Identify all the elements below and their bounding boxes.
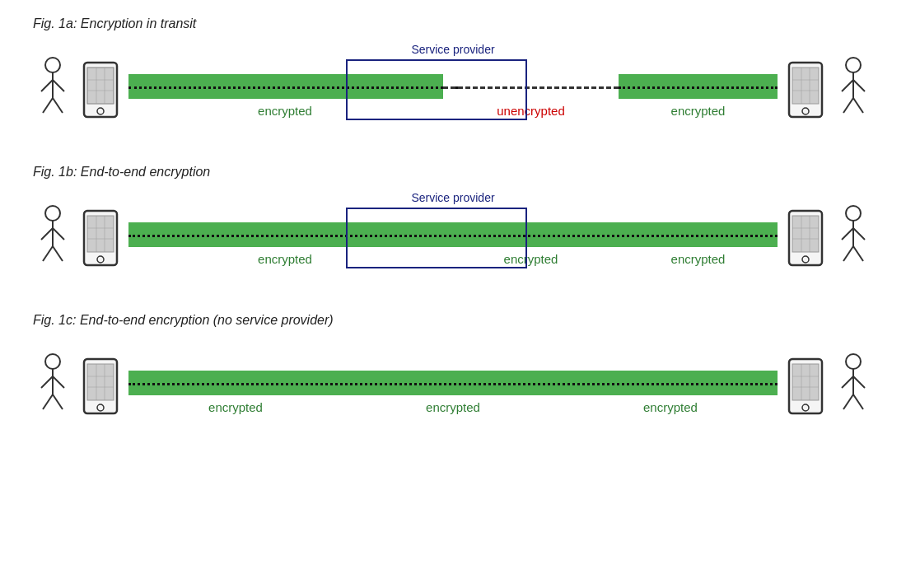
figure-1a-row: Service provider — [33, 43, 873, 142]
figure-1c-content: encrypted encrypted encrypted — [33, 356, 873, 417]
stick-figure-right-1a — [834, 57, 873, 123]
svg-rect-60 — [87, 364, 114, 400]
svg-line-23 — [842, 80, 853, 91]
stick-figure-svg-r — [835, 57, 871, 123]
label-encrypted-right-1b: encrypted — [619, 252, 778, 267]
figure-1c-row: encrypted encrypted encrypted — [33, 339, 873, 438]
phone-right-1a — [782, 61, 829, 119]
figure-1a-content: encrypted unencrypted encrypted — [33, 59, 873, 120]
figure-1b-row: Service provider — [33, 191, 873, 290]
label-encrypted-left-1a: encrypted — [128, 104, 441, 119]
label-encrypted-right-1c: encrypted — [563, 400, 778, 415]
svg-rect-67 — [792, 364, 819, 400]
svg-line-29 — [41, 228, 53, 240]
dotted-1c — [128, 383, 778, 385]
svg-line-5 — [53, 98, 63, 113]
svg-point-21 — [846, 58, 861, 72]
service-provider-label-1b: Service provider — [411, 191, 494, 204]
svg-rect-7 — [87, 68, 114, 104]
svg-line-49 — [842, 228, 853, 240]
dotted-left-1a — [128, 86, 463, 89]
stick-figure-left-1a — [33, 57, 72, 123]
phone-svg-r — [786, 61, 825, 119]
figure-1a-title: Fig. 1a: Encryption in transit — [33, 16, 873, 31]
stick-figure-left-1b — [33, 205, 72, 271]
stick-figure-left-1c — [33, 353, 72, 419]
label-encrypted-left-1b: encrypted — [128, 252, 441, 267]
svg-point-73 — [846, 354, 861, 369]
transmission-1a: encrypted unencrypted encrypted — [128, 59, 778, 120]
svg-line-58 — [53, 394, 63, 409]
dotted-1b — [128, 235, 778, 237]
phone-right-1c — [782, 357, 829, 415]
dotted-right-1a — [619, 86, 778, 89]
phone-svg — [81, 61, 120, 119]
svg-line-57 — [43, 394, 53, 409]
phone-left-1c — [77, 357, 124, 415]
svg-point-0 — [45, 58, 60, 72]
svg-line-56 — [53, 376, 64, 388]
svg-line-75 — [842, 376, 853, 388]
svg-line-50 — [853, 228, 865, 240]
svg-line-32 — [53, 246, 63, 261]
svg-line-77 — [843, 394, 853, 409]
svg-line-26 — [853, 98, 863, 113]
label-encrypted-right-1a: encrypted — [619, 104, 778, 119]
label-unencrypted-1a: unencrypted — [443, 104, 619, 119]
figure-1b-content: encrypted encrypted encrypted — [33, 208, 873, 268]
stick-figure-svg — [35, 57, 71, 123]
svg-line-51 — [843, 246, 853, 261]
stick-figure-right-1b — [834, 205, 873, 271]
svg-line-76 — [853, 376, 865, 388]
dotted-center-1a — [443, 86, 619, 89]
figure-1b: Fig. 1b: End-to-end encryption Service p… — [33, 165, 873, 290]
figure-1a: Fig. 1a: Encryption in transit Service p… — [33, 16, 873, 142]
label-encrypted-left-1c: encrypted — [128, 400, 343, 415]
svg-line-2 — [41, 80, 53, 91]
svg-point-53 — [45, 354, 60, 369]
svg-line-55 — [41, 376, 53, 388]
svg-rect-41 — [792, 216, 819, 252]
svg-line-78 — [853, 394, 863, 409]
label-encrypted-center-1c: encrypted — [343, 400, 563, 415]
service-provider-label-1a: Service provider — [411, 43, 494, 56]
phone-left-1b — [77, 209, 124, 267]
transmission-1b: encrypted encrypted encrypted — [128, 208, 778, 268]
svg-line-52 — [853, 246, 863, 261]
label-encrypted-center-1b: encrypted — [443, 252, 619, 267]
phone-left-1a — [77, 61, 124, 119]
diagram-container: Fig. 1a: Encryption in transit Service p… — [0, 0, 906, 478]
svg-line-24 — [853, 80, 865, 91]
svg-line-31 — [43, 246, 53, 261]
svg-point-27 — [45, 206, 60, 221]
svg-rect-34 — [87, 216, 114, 252]
svg-line-30 — [53, 228, 64, 240]
svg-line-25 — [843, 98, 853, 113]
phone-right-1b — [782, 209, 829, 267]
svg-point-47 — [846, 206, 861, 221]
stick-figure-right-1c — [834, 353, 873, 419]
figure-1c: Fig. 1c: End-to-end encryption (no servi… — [33, 313, 873, 438]
svg-rect-15 — [792, 68, 819, 104]
figure-1c-title: Fig. 1c: End-to-end encryption (no servi… — [33, 313, 873, 328]
figure-1b-title: Fig. 1b: End-to-end encryption — [33, 165, 873, 180]
transmission-1c: encrypted encrypted encrypted — [128, 356, 778, 417]
svg-line-4 — [43, 98, 53, 113]
svg-line-3 — [53, 80, 64, 91]
